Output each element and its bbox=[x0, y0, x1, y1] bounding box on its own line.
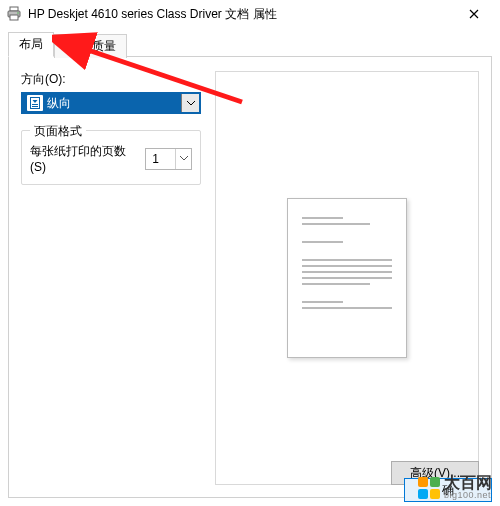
titlebar: HP Deskjet 4610 series Class Driver 文档 属… bbox=[0, 0, 500, 28]
svg-rect-5 bbox=[32, 104, 38, 105]
chevron-down-icon bbox=[181, 94, 199, 112]
svg-rect-6 bbox=[32, 106, 38, 107]
tab-layout[interactable]: 布局 bbox=[8, 32, 54, 57]
window-title: HP Deskjet 4610 series Class Driver 文档 属… bbox=[28, 6, 454, 23]
pages-per-sheet-label: 每张纸打印的页数(S) bbox=[30, 143, 139, 174]
printer-icon bbox=[6, 6, 22, 22]
pages-per-sheet-value: 1 bbox=[146, 152, 175, 166]
tab-label: 布局 bbox=[19, 37, 43, 51]
print-preview bbox=[215, 71, 479, 485]
tab-label: 纸张/质量 bbox=[65, 39, 116, 53]
button-label: 确 bbox=[442, 482, 454, 499]
preview-page bbox=[287, 198, 407, 358]
svg-point-3 bbox=[17, 12, 19, 14]
client-area: 布局 纸张/质量 方向(O): 纵 bbox=[0, 28, 500, 506]
window: HP Deskjet 4610 series Class Driver 文档 属… bbox=[0, 0, 500, 506]
page-format-group: 页面格式 每张纸打印的页数(S) 1 bbox=[21, 130, 201, 185]
page-format-legend: 页面格式 bbox=[30, 123, 86, 140]
left-column: 方向(O): 纵向 bbox=[21, 71, 201, 485]
ok-button[interactable]: 确 bbox=[404, 478, 492, 502]
svg-rect-2 bbox=[10, 15, 18, 20]
pages-per-sheet-row: 每张纸打印的页数(S) 1 bbox=[30, 143, 192, 174]
portrait-icon bbox=[27, 95, 43, 111]
dialog-button-row: 确 bbox=[404, 478, 492, 502]
tabstrip: 布局 纸张/质量 bbox=[8, 34, 492, 56]
orientation-value: 纵向 bbox=[47, 95, 181, 112]
orientation-label: 方向(O): bbox=[21, 71, 201, 88]
tab-panel-layout: 方向(O): 纵向 bbox=[8, 56, 492, 498]
tab-paper-quality[interactable]: 纸张/质量 bbox=[54, 34, 127, 58]
svg-rect-0 bbox=[10, 7, 18, 11]
chevron-down-icon bbox=[175, 149, 191, 169]
orientation-select[interactable]: 纵向 bbox=[21, 92, 201, 114]
pages-per-sheet-select[interactable]: 1 bbox=[145, 148, 192, 170]
close-button[interactable] bbox=[454, 0, 494, 28]
